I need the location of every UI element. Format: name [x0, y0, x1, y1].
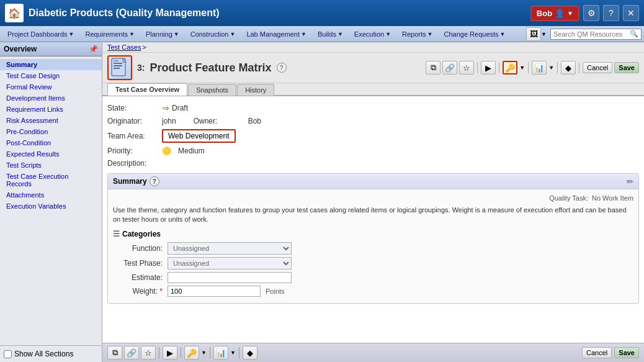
team-area-label: Team Area: [107, 132, 157, 140]
menu-item-reports[interactable]: Reports ▼ [397, 29, 437, 39]
diamond-icon-btn[interactable]: ◆ [561, 61, 576, 75]
run-icon-btn[interactable]: ▶ [481, 61, 496, 75]
sidebar-item-requirement-links[interactable]: Requirement Links [0, 104, 102, 115]
content-area: Test Cases > 3: Product Feature Mat [102, 42, 644, 362]
toolbar-chevron-2: ▼ [548, 65, 554, 71]
bottom-separator-1 [159, 347, 159, 358]
bottom-link-icon-btn[interactable]: 🔗 [124, 346, 139, 360]
sidebar-item-expected-results[interactable]: Expected Results [0, 148, 102, 160]
menu-item-execution[interactable]: Execution ▼ [349, 29, 396, 39]
sidebar-item-development-items[interactable]: Development Items [0, 93, 102, 104]
menu-item-planning[interactable]: Planning ▼ [141, 29, 184, 39]
user-badge[interactable]: Bob 👤 ▼ [530, 6, 579, 21]
svg-rect-4 [114, 60, 119, 61]
categories-icon: ☰ [113, 230, 120, 238]
menu-item-construction[interactable]: Construction ▼ [186, 29, 241, 39]
star-icon-btn[interactable]: ☆ [459, 61, 474, 75]
search-input[interactable] [553, 30, 628, 38]
bottom-save-button[interactable]: Save [614, 347, 639, 358]
save-button[interactable]: Save [614, 62, 639, 73]
quality-task-value: No Work Item [592, 194, 633, 202]
bottom-star-icon-btn[interactable]: ☆ [141, 346, 156, 360]
chevron-down-icon: ▼ [230, 31, 235, 37]
cancel-button[interactable]: Cancel [583, 62, 612, 73]
help-icon[interactable]: ? [277, 63, 287, 73]
chevron-down-icon: ▼ [427, 31, 433, 37]
estimate-label: Estimate: [113, 273, 163, 282]
bottom-diamond-icon-btn[interactable]: ◆ [243, 346, 257, 360]
chart-icon-btn[interactable]: 📊 [532, 61, 547, 75]
form-content: State: ⇒ Draft Originator: john Owner: B… [102, 96, 644, 343]
menu-item-requirements[interactable]: Requirements ▼ [81, 29, 140, 39]
tab-snapshots[interactable]: Snapshots [188, 84, 236, 96]
priority-label: Priority: [107, 147, 157, 155]
menu-icon-btn-1[interactable]: 🖼 [526, 27, 541, 41]
app-title: Diabetic Products (Quality Management) [29, 7, 220, 19]
sidebar-item-test-case-design[interactable]: Test Case Design [0, 70, 102, 81]
breadcrumb-test-cases[interactable]: Test Cases [107, 43, 141, 51]
link-icon-btn[interactable]: 🔗 [442, 61, 457, 75]
user-chevron: ▼ [567, 10, 573, 17]
categories-section: ☰ Categories Function: Unassigned [113, 230, 633, 298]
sidebar-pin-icon[interactable]: 📌 [89, 45, 98, 53]
bottom-separator-2 [181, 347, 181, 358]
toolbar-separator-2 [499, 62, 499, 73]
test-phase-select[interactable]: Unassigned [168, 257, 292, 269]
bottom-run-icon-btn[interactable]: ▶ [163, 346, 177, 360]
sidebar-item-formal-review[interactable]: Formal Review [0, 81, 102, 93]
sidebar: Overview 📌 Summary Test Case Design Form… [0, 42, 102, 362]
help-icon-btn[interactable]: ? [603, 5, 619, 21]
bottom-cancel-button[interactable]: Cancel [582, 347, 612, 358]
sidebar-item-post-condition[interactable]: Post-Condition [0, 137, 102, 148]
originator-value: john [162, 117, 176, 125]
estimate-input[interactable] [168, 272, 292, 283]
search-icon[interactable]: 🔍 [630, 30, 638, 38]
tab-history[interactable]: History [237, 84, 274, 96]
sidebar-item-pre-condition[interactable]: Pre-Condition [0, 126, 102, 137]
bottom-copy-icon-btn[interactable]: ⧉ [107, 346, 122, 360]
title-bar: 🏠 Diabetic Products (Quality Management)… [0, 0, 644, 26]
sidebar-item-risk-assessment[interactable]: Risk Assessment [0, 115, 102, 126]
function-select[interactable]: Unassigned [168, 242, 292, 255]
bottom-key-icon-btn[interactable]: 🔑 [184, 346, 199, 360]
sidebar-item-test-scripts[interactable]: Test Scripts [0, 160, 102, 171]
menu-label-dashboards: Project Dashboards [7, 30, 68, 38]
breadcrumb-separator: > [142, 43, 146, 51]
weight-label: Weight: * [113, 287, 163, 296]
sidebar-item-execution-variables[interactable]: Execution Variables [0, 201, 102, 212]
bottom-chevron-2: ▼ [230, 350, 236, 356]
svg-rect-1 [114, 63, 122, 64]
key-icon-btn[interactable]: 🔑 [503, 61, 517, 75]
sidebar-item-summary[interactable]: Summary [0, 59, 102, 70]
bottom-separator-4 [239, 347, 239, 358]
state-row: State: ⇒ Draft [107, 101, 639, 115]
chevron-down-icon: ▼ [385, 31, 391, 37]
close-icon-btn[interactable]: ✕ [623, 5, 639, 21]
menu-item-dashboards[interactable]: Project Dashboards ▼ [2, 29, 79, 39]
sidebar-item-execution-records[interactable]: Test Case Execution Records [0, 171, 102, 189]
bottom-chevron-1: ▼ [201, 350, 207, 356]
menu-item-lab[interactable]: Lab Management ▼ [241, 29, 311, 39]
show-all-sections-checkbox[interactable] [4, 350, 12, 358]
settings-icon-btn[interactable]: ⚙ [583, 5, 599, 21]
bottom-chart-icon-btn[interactable]: 📊 [213, 346, 228, 360]
copy-icon-btn[interactable]: ⧉ [426, 61, 441, 75]
breadcrumb: Test Cases > [102, 42, 644, 53]
quality-task-row: Quality Task: No Work Item [113, 194, 633, 202]
menu-label-change-requests: Change Requests [444, 30, 499, 38]
summary-help-icon[interactable]: ? [150, 176, 159, 186]
test-phase-row: Test Phase: Unassigned [113, 256, 633, 271]
menu-item-builds[interactable]: Builds ▼ [313, 29, 348, 39]
priority-icon: 🟡 [162, 147, 171, 155]
toolbar-separator-1 [477, 62, 478, 73]
menu-label-execution: Execution [354, 30, 384, 38]
required-star: * [159, 287, 163, 296]
menu-item-change-requests[interactable]: Change Requests ▼ [439, 29, 511, 39]
tab-test-case-overview[interactable]: Test Case Overview [107, 83, 187, 96]
summary-edit-icon[interactable]: ✏ [627, 177, 633, 186]
show-all-sections-label: Show All Sections [14, 350, 73, 358]
bottom-toolbar: ⧉ 🔗 ☆ ▶ 🔑 ▼ 📊 ▼ ◆ Cancel Save [102, 343, 644, 362]
menu-icon-area: 🖼 ▼ [526, 27, 547, 41]
sidebar-item-attachments[interactable]: Attachments [0, 189, 102, 201]
weight-input[interactable] [168, 286, 261, 297]
